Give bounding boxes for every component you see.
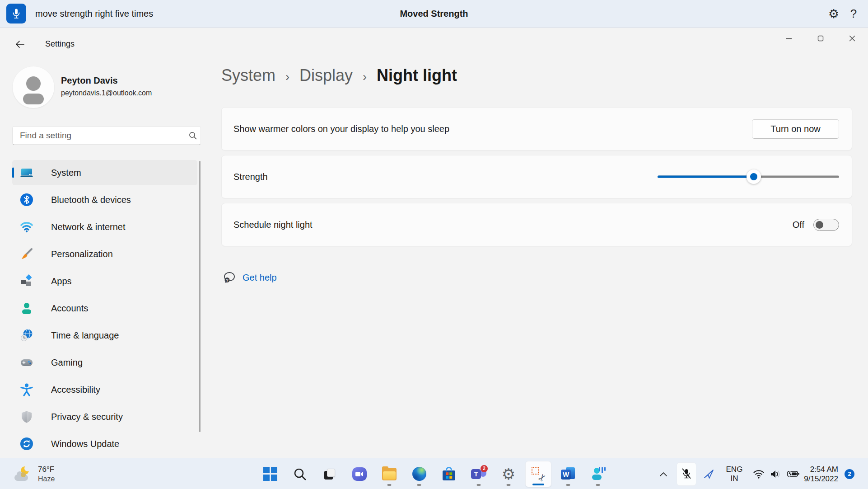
start-button[interactable] — [257, 461, 283, 487]
sidebar-item-windows-update[interactable]: Windows Update — [12, 431, 197, 456]
windows-update-icon — [20, 437, 33, 451]
page-title: Night light — [377, 66, 457, 85]
maximize-icon — [817, 35, 824, 42]
weather-text: 76°F Haze — [38, 465, 55, 484]
word-button[interactable]: W — [555, 461, 581, 487]
tray-time: 2:54 AM — [810, 465, 838, 474]
strength-label: Strength — [233, 172, 268, 182]
microphone-button[interactable] — [6, 4, 26, 24]
svg-text:?: ? — [226, 278, 229, 282]
breadcrumb-system[interactable]: System — [221, 66, 275, 85]
sidebar-item-time-language[interactable]: Time & language — [12, 323, 197, 348]
sidebar-item-personalization[interactable]: Personalization — [12, 241, 197, 267]
help-icon[interactable]: ? — [845, 0, 863, 28]
sidebar-item-apps[interactable]: Apps — [12, 268, 197, 294]
sidebar-item-bluetooth-devices[interactable]: Bluetooth & devices — [12, 187, 197, 212]
teams-button[interactable]: T 2 — [466, 461, 492, 487]
sidebar-item-accounts[interactable]: Accounts — [12, 296, 197, 321]
sidebar-item-system[interactable]: System — [12, 160, 197, 185]
maximize-button[interactable] — [805, 28, 836, 49]
back-button[interactable] — [13, 38, 27, 51]
voice-status-title: Moved Strength — [400, 0, 468, 28]
system-icon — [20, 166, 33, 179]
taskbar: 76°F Haze — [0, 458, 868, 489]
accounts-icon — [20, 301, 33, 315]
sidebar-item-gaming[interactable]: Gaming — [12, 350, 197, 375]
gear-icon[interactable]: ⚙ — [825, 0, 843, 28]
voice-access-icon — [591, 467, 605, 481]
running-indicator — [387, 484, 392, 486]
gear-icon: ⚙ — [502, 466, 515, 482]
file-explorer-button[interactable] — [376, 461, 402, 487]
network-icon — [20, 220, 33, 234]
avatar[interactable] — [13, 66, 54, 108]
sidebar-scrollbar[interactable] — [199, 161, 201, 432]
running-indicator — [596, 484, 600, 486]
running-indicator — [417, 484, 421, 486]
account-email: peytondavis.1@outlook.com — [61, 89, 152, 97]
taskbar-app-icons: T 2 ⚙ ✂ W — [257, 458, 611, 489]
taskbar-search-button[interactable] — [287, 461, 313, 487]
microsoft-store-button[interactable] — [436, 461, 462, 487]
schedule-toggle[interactable] — [813, 219, 839, 231]
get-help-link[interactable]: Get help — [243, 273, 277, 283]
teams-notification-badge: 2 — [481, 465, 488, 472]
time-language-icon — [20, 329, 33, 342]
apps-icon — [20, 274, 33, 288]
wifi-icon[interactable] — [752, 469, 765, 479]
sidebar-item-network-internet[interactable]: Network & internet — [12, 214, 197, 240]
active-indicator — [532, 484, 544, 485]
breadcrumb-display[interactable]: Display — [299, 66, 353, 85]
windows-logo-icon — [263, 467, 277, 481]
notification-count-badge[interactable]: 2 — [845, 469, 854, 479]
schedule-toggle-row: Off — [793, 219, 839, 231]
close-button[interactable] — [836, 28, 868, 49]
chevron-right-icon: › — [363, 70, 367, 84]
language-code: ENG — [726, 465, 743, 474]
tray-date: 9/15/2022 — [804, 474, 838, 484]
language-indicator[interactable]: ENG IN — [726, 465, 743, 483]
chevron-up-icon — [659, 471, 667, 477]
chat-button[interactable] — [346, 461, 373, 487]
battery-charging-icon[interactable] — [787, 470, 800, 478]
taskbar-weather-widget[interactable]: 76°F Haze — [10, 458, 59, 489]
voice-access-button[interactable] — [585, 461, 611, 487]
sidebar-item-accessibility[interactable]: Accessibility — [12, 377, 197, 402]
gaming-icon — [20, 356, 33, 369]
edge-icon — [412, 467, 426, 481]
clock-date-widget[interactable]: 2:54 AM 9/15/2022 — [804, 465, 838, 484]
system-tray: ENG IN — [657, 458, 868, 489]
search-icon[interactable] — [185, 132, 201, 140]
hidden-icons-chevron[interactable] — [657, 471, 670, 477]
edge-button[interactable] — [406, 461, 432, 487]
person-icon — [13, 66, 54, 108]
task-view-icon — [323, 467, 336, 481]
running-indicator — [477, 484, 481, 486]
slider-thumb[interactable] — [747, 169, 761, 184]
accessibility-icon — [20, 383, 33, 396]
schedule-label: Schedule night light — [233, 220, 313, 230]
volume-icon[interactable] — [770, 469, 782, 479]
minimize-button[interactable] — [773, 28, 805, 49]
weather-condition: Haze — [38, 474, 55, 484]
screen: move strength right five times Moved Str… — [0, 0, 868, 489]
get-help-icon: ? — [223, 271, 236, 284]
microphone-icon — [11, 8, 21, 19]
voice-command-bar: move strength right five times Moved Str… — [0, 0, 868, 28]
sidebar-item-privacy-security[interactable]: Privacy & security — [12, 404, 197, 429]
file-explorer-icon — [382, 468, 397, 480]
window-title: Settings — [45, 39, 75, 49]
get-help-row: ? Get help — [223, 271, 277, 284]
search-input[interactable] — [13, 131, 185, 141]
location-in-use-icon[interactable] — [703, 469, 715, 479]
snipping-tool-button[interactable]: ✂ — [525, 461, 551, 487]
settings-taskbar-button[interactable]: ⚙ — [495, 461, 522, 487]
turn-on-now-button[interactable]: Turn on now — [752, 119, 839, 139]
back-arrow-icon — [15, 40, 25, 49]
strength-slider[interactable] — [658, 169, 839, 184]
running-indicator — [566, 484, 570, 486]
chevron-right-icon: › — [285, 70, 289, 84]
weather-haze-icon — [14, 466, 32, 482]
task-view-button[interactable] — [317, 461, 343, 487]
microphone-muted-button[interactable] — [677, 462, 696, 486]
